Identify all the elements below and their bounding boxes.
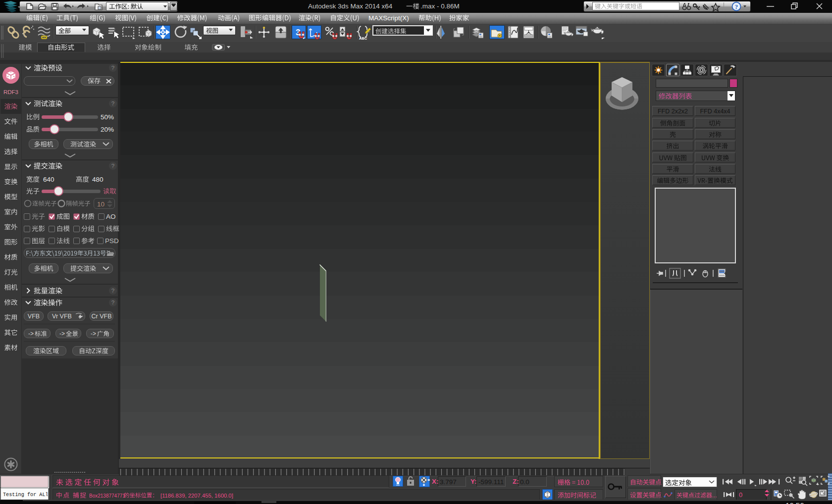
svg-text:Box2138774771: Box2138774771 [89,493,125,499]
svg-text:.max - 0.86M: .max - 0.86M [420,2,460,10]
svg-text:?: ? [111,163,114,169]
svg-text:FFD 4x4x4: FFD 4x4x4 [700,108,730,115]
svg-text:AO: AO [106,213,116,220]
svg-text:10: 10 [97,201,104,208]
svg-text:3.797: 3.797 [440,478,457,486]
svg-text:PSD: PSD [105,237,119,245]
svg-text:Autodesk 3ds Max 2014 x64: Autodesk 3ds Max 2014 x64 [308,2,393,10]
svg-text:MAXScript(X): MAXScript(X) [368,14,409,22]
svg-text:VFB: VFB [28,313,40,320]
svg-text:X:: X: [432,478,439,485]
svg-text:ABC: ABC [359,36,367,41]
svg-text:Y:: Y: [470,478,477,485]
svg-text:RDF3: RDF3 [3,89,18,95]
svg-text:640: 640 [43,176,54,183]
svg-text:0.0: 0.0 [520,478,529,486]
svg-text:?: ? [111,101,114,106]
svg-text:50%: 50% [101,113,114,121]
svg-text:Vr VFB: Vr VFB [52,313,72,320]
svg-text:Cr VFB: Cr VFB [92,313,112,320]
svg-text:-599.111: -599.111 [478,478,504,486]
svg-text:->: -> [28,330,34,337]
svg-text:FFD 2x2x2: FFD 2x2x2 [658,108,688,115]
svg-text:Testing for ALl.: Testing for ALl. [3,492,52,498]
svg-text:->: -> [59,330,65,337]
svg-text:[1186.839, 2207.455, 1600.0]: [1186.839, 2207.455, 1600.0] [160,493,233,499]
svg-text:0: 0 [739,491,742,499]
svg-text:->: -> [91,330,96,337]
svg-text:?: ? [735,3,738,10]
svg-text:?: ? [111,300,114,305]
svg-text:Z:: Z: [513,478,519,485]
svg-text:?: ? [111,288,114,294]
svg-text:16:56: 16:56 [785,501,804,504]
svg-text:?: ? [111,65,114,71]
svg-text:20%: 20% [101,126,114,133]
svg-text:480: 480 [92,176,104,183]
